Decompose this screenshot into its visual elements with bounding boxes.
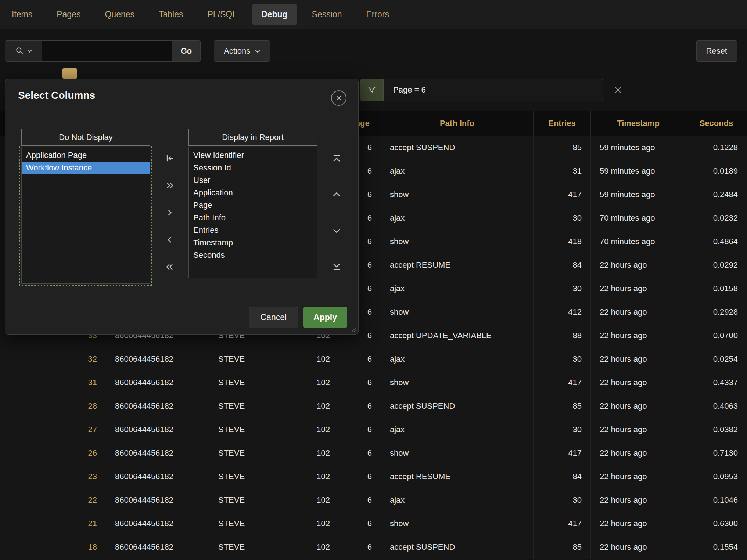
column-header[interactable]: Timestamp: [591, 111, 686, 136]
filter-remove-button[interactable]: [614, 86, 622, 94]
row-id-link[interactable]: 31: [0, 371, 106, 394]
cell: 418: [534, 230, 591, 253]
column-header[interactable]: Entries: [534, 111, 591, 136]
filter-chip[interactable]: Page = 6: [384, 79, 603, 101]
cell: 6: [339, 441, 381, 465]
cell: 30: [534, 488, 591, 512]
cell: 6: [339, 418, 381, 441]
move-left-button[interactable]: [164, 234, 176, 246]
close-icon: [614, 86, 622, 94]
move-down-button[interactable]: [331, 225, 342, 237]
cell: 8600644456182: [106, 347, 209, 371]
cell: 0.2928: [686, 300, 747, 324]
cell: 6: [339, 465, 381, 488]
cell: 102: [265, 394, 339, 418]
row-id-link[interactable]: 26: [0, 441, 106, 465]
reset-button[interactable]: Reset: [696, 40, 737, 62]
cell: 0.7130: [686, 441, 747, 465]
nav-item-debug[interactable]: Debug: [252, 4, 297, 25]
table-row: 238600644456182STEVE1026accept RESUME842…: [0, 465, 747, 488]
go-button[interactable]: Go: [172, 41, 200, 61]
shuttle-option[interactable]: Timestamp: [189, 236, 317, 249]
move-up-button[interactable]: [331, 188, 342, 200]
cell: accept RESUME: [381, 253, 534, 277]
cell: 22 hours ago: [591, 253, 686, 277]
not-display-listbox[interactable]: Application PageWorkflow Instance: [21, 147, 150, 284]
nav-item-pages[interactable]: Pages: [47, 4, 90, 25]
row-id-link[interactable]: 18: [0, 535, 106, 559]
nav-item-session[interactable]: Session: [302, 4, 352, 25]
cell: 0.1046: [686, 488, 747, 512]
row-id-link[interactable]: 32: [0, 347, 106, 371]
cell: 417: [534, 371, 591, 394]
move-to-top-button[interactable]: [331, 153, 342, 165]
row-id-link[interactable]: 28: [0, 394, 106, 418]
cell: 6: [339, 371, 381, 394]
cell: accept SUSPEND: [381, 136, 534, 159]
actions-button[interactable]: Actions: [214, 40, 270, 62]
row-id-link[interactable]: 27: [0, 418, 106, 441]
search-input[interactable]: [42, 41, 172, 61]
dialog-resize-handle[interactable]: [350, 326, 357, 333]
move-all-left-button[interactable]: [164, 261, 176, 273]
nav-item-queries[interactable]: Queries: [95, 4, 144, 25]
dialog-close-button[interactable]: [331, 90, 346, 106]
column-header[interactable]: Path Info: [381, 111, 534, 136]
cell: 30: [534, 277, 591, 300]
actions-button-label: Actions: [224, 46, 250, 56]
shuttle-option[interactable]: Page: [189, 199, 317, 212]
row-id-link[interactable]: 21: [0, 512, 106, 535]
cell: STEVE: [209, 394, 265, 418]
shuttle-option[interactable]: Workflow Instance: [22, 162, 150, 174]
cell: 22 hours ago: [591, 371, 686, 394]
shuttle-option[interactable]: Application Page: [22, 149, 150, 162]
move-to-bottom-button[interactable]: [331, 261, 342, 272]
cell: 102: [265, 418, 339, 441]
search-options-button[interactable]: [5, 41, 42, 61]
shuttle-reset-button[interactable]: [164, 152, 176, 164]
display-listbox[interactable]: View IdentifierSession IdUserApplication…: [188, 147, 317, 278]
cancel-button[interactable]: Cancel: [249, 307, 298, 328]
row-id-link[interactable]: 23: [0, 465, 106, 488]
dialog-footer: Cancel Apply: [5, 300, 358, 334]
cell: 0.2484: [686, 183, 747, 206]
filter-funnel-button[interactable]: [360, 79, 384, 101]
cell: 30: [534, 347, 591, 371]
cell: 6: [339, 394, 381, 418]
row-id-link[interactable]: 22: [0, 488, 106, 512]
cell: 8600644456182: [106, 371, 209, 394]
cell: 22 hours ago: [591, 347, 686, 371]
table-row: 268600644456182STEVE1026show41722 hours …: [0, 441, 747, 465]
shuttle-option[interactable]: Entries: [189, 224, 317, 236]
cell: ajax: [381, 206, 534, 230]
column-header[interactable]: Seconds: [686, 111, 747, 136]
cell: STEVE: [209, 347, 265, 371]
cell: 85: [534, 394, 591, 418]
cell: 8600644456182: [106, 441, 209, 465]
close-icon: [335, 94, 342, 102]
cell: STEVE: [209, 512, 265, 535]
move-right-button[interactable]: [164, 207, 176, 218]
nav-item-items[interactable]: Items: [2, 4, 42, 25]
move-all-right-button[interactable]: [164, 180, 176, 191]
shuttle-option[interactable]: User: [189, 174, 317, 187]
shuttle-option[interactable]: Application: [189, 187, 317, 199]
shuttle-option[interactable]: View Identifier: [189, 149, 317, 162]
cell: 31: [534, 159, 591, 183]
chevron-down-icon: [27, 50, 32, 53]
cell: ajax: [381, 418, 534, 441]
cell: show: [381, 230, 534, 253]
nav-item-pl-sql[interactable]: PL/SQL: [198, 4, 247, 25]
shuttle-option[interactable]: Session Id: [189, 162, 317, 174]
cell: 0.0382: [686, 418, 747, 441]
cell: STEVE: [209, 371, 265, 394]
cell: 102: [265, 465, 339, 488]
nav-item-errors[interactable]: Errors: [356, 4, 399, 25]
cell: show: [381, 441, 534, 465]
apply-button[interactable]: Apply: [303, 307, 347, 328]
cell: 8600644456182: [106, 488, 209, 512]
shuttle-option[interactable]: Path Info: [189, 212, 317, 224]
shuttle-option[interactable]: Seconds: [189, 249, 317, 261]
nav-item-tables[interactable]: Tables: [149, 4, 193, 25]
table-row: 318600644456182STEVE1026show41722 hours …: [0, 371, 747, 394]
